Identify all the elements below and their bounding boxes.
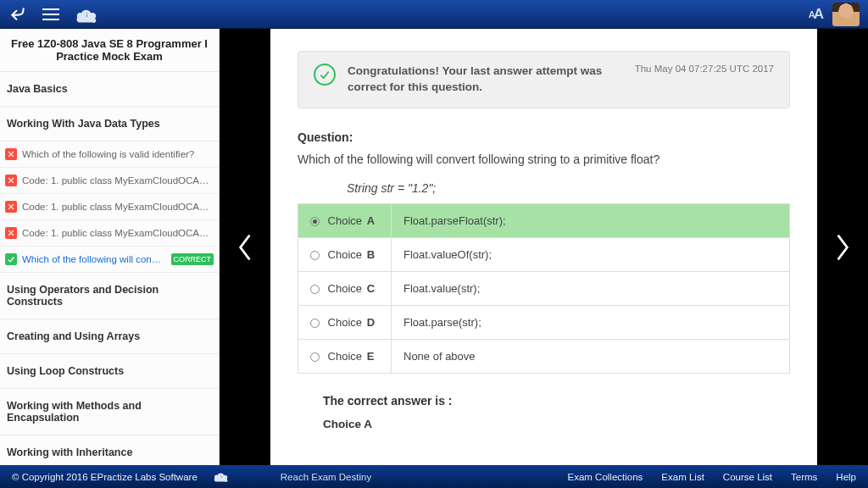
choice-text-cell: None of above xyxy=(392,339,790,373)
choice-text-cell: Float.parse(str); xyxy=(392,305,790,339)
x-icon xyxy=(5,148,17,160)
choice-row[interactable]: Choice AFloat.parseFloat(str); xyxy=(298,203,790,237)
sidebar-question-item[interactable]: Which of the following is valid identifi… xyxy=(0,141,219,168)
choice-row[interactable]: Choice ENone of above xyxy=(298,339,790,373)
content-stage: Congratulations! Your last answer attemp… xyxy=(220,29,868,465)
footer-logo-icon xyxy=(213,469,231,485)
x-icon xyxy=(5,227,17,239)
next-arrow[interactable] xyxy=(817,29,868,465)
radio-icon[interactable] xyxy=(310,319,320,328)
radio-icon[interactable] xyxy=(310,217,320,226)
footer-copyright: © Copyright 2016 EPractize Labs Software xyxy=(12,472,198,482)
x-icon xyxy=(5,175,17,186)
exam-title: Free 1Z0-808 Java SE 8 Programmer I Prac… xyxy=(0,29,219,72)
brand-logo-icon[interactable] xyxy=(75,3,102,25)
sidebar-topic[interactable]: Using Operators and Decision Constructs xyxy=(0,273,219,319)
choice-text-cell: Float.valueOf(str); xyxy=(392,237,790,271)
check-circle-icon xyxy=(314,64,336,86)
sidebar-question-text: Code: 1. public class MyExamCloudOCAJP8 … xyxy=(22,202,214,212)
choice-label-cell: Choice A xyxy=(298,203,392,237)
correct-badge: CORRECT xyxy=(171,253,214,265)
content-panel[interactable]: Congratulations! Your last answer attemp… xyxy=(270,29,817,465)
footer-link[interactable]: Help xyxy=(836,472,856,482)
sidebar[interactable]: Free 1Z0-808 Java SE 8 Programmer I Prac… xyxy=(0,29,220,465)
footer: © Copyright 2016 EPractize Labs Software… xyxy=(0,465,868,488)
topbar-left xyxy=(8,3,102,25)
sidebar-question-text: Which of the following is valid identifi… xyxy=(22,149,194,159)
sidebar-question-item[interactable]: Code: 1. public class MyExamCloudOCAJP8{… xyxy=(0,220,219,247)
footer-link[interactable]: Exam Collections xyxy=(568,472,643,482)
sidebar-topic[interactable]: Creating and Using Arrays xyxy=(0,319,219,354)
prev-arrow[interactable] xyxy=(220,29,270,465)
choice-table: Choice AFloat.parseFloat(str); Choice BF… xyxy=(298,203,790,374)
footer-links: Exam CollectionsExam ListCourse ListTerm… xyxy=(568,472,856,482)
font-big-a: A xyxy=(814,6,822,23)
x-icon xyxy=(5,201,17,213)
answer-value: Choice A xyxy=(323,418,790,430)
choice-label-cell: Choice E xyxy=(298,339,392,373)
back-icon[interactable] xyxy=(8,6,27,23)
footer-link[interactable]: Course List xyxy=(723,472,772,482)
result-message: Congratulations! Your last answer attemp… xyxy=(348,64,623,96)
menu-icon[interactable] xyxy=(42,8,59,20)
result-banner: Congratulations! Your last answer attemp… xyxy=(298,51,790,108)
radio-icon[interactable] xyxy=(310,285,320,294)
sidebar-question-item[interactable]: Code: 1. public class MyExamCloudOCAJP8 … xyxy=(0,194,219,220)
sidebar-question-item[interactable]: Code: 1. public class MyExamCloudOCAJP8 … xyxy=(0,168,219,194)
sidebar-question-text: Code: 1. public class MyExamCloudOCAJP8 … xyxy=(22,175,214,186)
choice-row[interactable]: Choice BFloat.valueOf(str); xyxy=(298,237,790,271)
choice-row[interactable]: Choice DFloat.parse(str); xyxy=(298,305,790,339)
sidebar-topic[interactable]: Using Loop Constructs xyxy=(0,354,219,389)
sidebar-question-item[interactable]: Which of the following will convert foll… xyxy=(0,247,219,273)
avatar[interactable] xyxy=(832,3,860,26)
topbar-right: AA xyxy=(809,3,860,26)
question-text: Which of the following will convert foll… xyxy=(298,152,790,166)
answer-label: The correct answer is : xyxy=(323,394,790,408)
choice-label-cell: Choice B xyxy=(298,237,392,271)
choice-label-cell: Choice C xyxy=(298,271,392,305)
font-size-icon[interactable]: AA xyxy=(809,6,822,23)
question-code: String str = "1.2"; xyxy=(347,181,790,195)
sidebar-question-text: Which of the following will convert foll… xyxy=(22,254,166,264)
radio-icon[interactable] xyxy=(310,352,320,362)
radio-icon[interactable] xyxy=(310,251,320,260)
choice-text-cell: Float.value(str); xyxy=(392,271,790,305)
sidebar-topic[interactable]: Working with Methods and Encapsulation xyxy=(0,389,219,435)
choice-text-cell: Float.parseFloat(str); xyxy=(392,203,790,237)
result-timestamp: Thu May 04 07:27:25 UTC 2017 xyxy=(635,64,774,74)
footer-link[interactable]: Exam List xyxy=(661,472,704,482)
footer-link[interactable]: Terms xyxy=(791,472,817,482)
check-icon xyxy=(5,253,17,265)
topbar: AA xyxy=(0,0,868,29)
sidebar-topic[interactable]: Working With Java Data Types xyxy=(0,107,219,141)
footer-left: © Copyright 2016 EPractize Labs Software… xyxy=(12,469,371,485)
choice-row[interactable]: Choice CFloat.value(str); xyxy=(298,271,790,305)
sidebar-topic[interactable]: Working with Inheritance xyxy=(0,435,219,465)
sidebar-question-text: Code: 1. public class MyExamCloudOCAJP8{… xyxy=(22,228,214,238)
choice-label-cell: Choice D xyxy=(298,305,392,339)
footer-slogan: Reach Exam Destiny xyxy=(281,472,371,482)
question-label: Question: xyxy=(298,130,790,144)
sidebar-topic[interactable]: Java Basics xyxy=(0,72,219,107)
main-area: Free 1Z0-808 Java SE 8 Programmer I Prac… xyxy=(0,29,868,465)
